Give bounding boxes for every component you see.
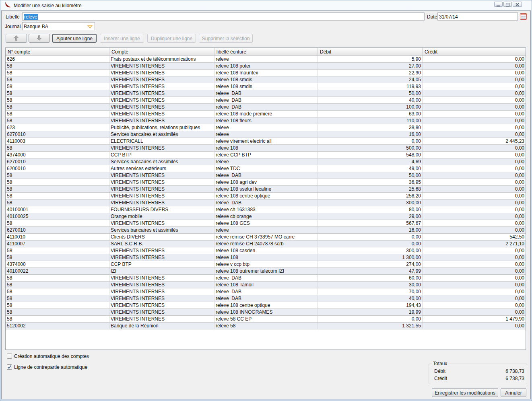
- date-input[interactable]: 31/07/14: [437, 12, 518, 21]
- cell-compte[interactable]: SARL S.C.R.B.: [109, 241, 214, 247]
- cell-debit[interactable]: 36,95: [318, 179, 423, 186]
- cell-compte[interactable]: VIREMENTS INTERNES: [109, 302, 214, 309]
- cell-libelle-ecriture[interactable]: releve 108 smdis: [214, 83, 318, 90]
- cell-credit[interactable]: 0,00: [423, 131, 526, 138]
- cell-credit[interactable]: 0,00: [423, 172, 526, 179]
- cell-numero-compte[interactable]: 58: [6, 83, 109, 90]
- cell-compte[interactable]: VIREMENTS INTERNES: [109, 309, 214, 316]
- cell-debit[interactable]: 0,00: [318, 316, 423, 323]
- cell-numero-compte[interactable]: 4110003: [6, 138, 109, 145]
- cell-credit[interactable]: 0,00: [423, 63, 526, 70]
- cell-credit[interactable]: 0,00: [423, 70, 526, 76]
- cell-credit[interactable]: 0,00: [423, 199, 526, 206]
- cell-libelle-ecriture[interactable]: releve virement electric all: [214, 138, 318, 145]
- cell-compte[interactable]: VIREMENTS INTERNES: [109, 70, 214, 76]
- cell-numero-compte[interactable]: 58: [6, 76, 109, 83]
- cell-libelle-ecriture[interactable]: releve 108 sselurl lecaline: [214, 186, 318, 193]
- libelle-input[interactable]: releve: [22, 12, 425, 21]
- cell-debit[interactable]: 22,90: [318, 70, 423, 76]
- column-header-debit[interactable]: Débit: [318, 48, 423, 56]
- cell-compte[interactable]: Orange mobile: [109, 213, 214, 220]
- cell-debit[interactable]: 16,00: [318, 131, 423, 138]
- cell-compte[interactable]: Services bancaires et assimilés: [109, 227, 214, 234]
- maximize-button[interactable]: [503, 2, 512, 7]
- cell-libelle-ecriture[interactable]: releve DAB: [214, 97, 318, 104]
- cell-libelle-ecriture[interactable]: releve DAB: [214, 172, 318, 179]
- cell-debit[interactable]: 27,00: [318, 63, 423, 70]
- cell-credit[interactable]: 0,00: [423, 295, 526, 302]
- cell-compte[interactable]: ELECTRICALL: [109, 138, 214, 145]
- cell-libelle-ecriture[interactable]: releve 108: [214, 145, 318, 152]
- cell-debit[interactable]: 300,00: [318, 199, 423, 206]
- cell-libelle-ecriture[interactable]: releve DAB: [214, 288, 318, 295]
- cell-libelle-ecriture[interactable]: releve 108 outremer telecom IZI: [214, 268, 318, 275]
- cell-libelle-ecriture[interactable]: releve: [214, 124, 318, 131]
- cell-compte[interactable]: VIREMENTS INTERNES: [109, 282, 214, 288]
- cell-debit[interactable]: 38,80: [318, 124, 423, 131]
- cell-credit[interactable]: 0,00: [423, 117, 526, 124]
- cell-debit[interactable]: 80,00: [318, 206, 423, 213]
- cell-numero-compte[interactable]: 6270010: [6, 131, 109, 138]
- cell-compte[interactable]: Banque de la Réunion: [109, 323, 214, 329]
- cell-credit[interactable]: 2 271,10: [423, 241, 526, 247]
- cell-debit[interactable]: 70,00: [318, 288, 423, 295]
- cell-debit[interactable]: 30,00: [318, 282, 423, 288]
- cell-compte[interactable]: VIREMENTS INTERNES: [109, 193, 214, 199]
- cell-numero-compte[interactable]: 58: [6, 179, 109, 186]
- cell-compte[interactable]: VIREMENTS INTERNES: [109, 172, 214, 179]
- cell-debit[interactable]: 16,00: [318, 227, 423, 234]
- cell-debit[interactable]: 0,00: [318, 138, 423, 145]
- cell-credit[interactable]: 0,00: [423, 124, 526, 131]
- insert-line-button[interactable]: Insérer une ligne: [100, 34, 144, 43]
- cell-compte[interactable]: VIREMENTS INTERNES: [109, 145, 214, 152]
- cell-libelle-ecriture[interactable]: releve DAB: [214, 104, 318, 111]
- cell-libelle-ecriture[interactable]: releve DAB: [214, 295, 318, 302]
- cell-compte[interactable]: VIREMENTS INTERNES: [109, 275, 214, 282]
- cell-debit[interactable]: 119,93: [318, 83, 423, 90]
- cell-debit[interactable]: 63,00: [318, 111, 423, 117]
- cell-libelle-ecriture[interactable]: releve DAB: [214, 199, 318, 206]
- cell-compte[interactable]: Clients DIVERS: [109, 234, 214, 241]
- cell-compte[interactable]: VIREMENTS INTERNES: [109, 104, 214, 111]
- cell-credit[interactable]: 0,00: [423, 83, 526, 90]
- cell-debit[interactable]: 49,00: [318, 165, 423, 172]
- cell-libelle-ecriture[interactable]: releve 108 GES: [214, 220, 318, 227]
- cell-libelle-ecriture[interactable]: releve TDC: [214, 165, 318, 172]
- cell-debit[interactable]: 0,00: [318, 234, 423, 241]
- cell-debit[interactable]: 25,68: [318, 186, 423, 193]
- cell-numero-compte[interactable]: 58: [6, 145, 109, 152]
- cell-debit[interactable]: 1 321,55: [318, 323, 423, 329]
- cell-compte[interactable]: VIREMENTS INTERNES: [109, 76, 214, 83]
- cell-compte[interactable]: VIREMENTS INTERNES: [109, 247, 214, 254]
- cell-numero-compte[interactable]: 58: [6, 117, 109, 124]
- cell-credit[interactable]: 0,00: [423, 288, 526, 295]
- cell-numero-compte[interactable]: 58: [6, 254, 109, 261]
- cell-debit[interactable]: 5,90: [318, 56, 423, 63]
- counterpart-checkbox[interactable]: [7, 364, 12, 370]
- cell-credit[interactable]: 0,00: [423, 90, 526, 97]
- cell-debit[interactable]: 19,99: [318, 309, 423, 316]
- cell-credit[interactable]: 0,00: [423, 111, 526, 117]
- column-header-libelle-compte[interactable]: Compte: [109, 48, 214, 56]
- cell-numero-compte[interactable]: 58: [6, 90, 109, 97]
- cell-numero-compte[interactable]: 58: [6, 302, 109, 309]
- cell-numero-compte[interactable]: 6270010: [6, 158, 109, 165]
- cell-debit[interactable]: 0,00: [318, 241, 423, 247]
- cell-numero-compte[interactable]: 58: [6, 247, 109, 254]
- cell-libelle-ecriture[interactable]: releve 108 agri dev: [214, 179, 318, 186]
- cell-numero-compte[interactable]: 626: [6, 56, 109, 63]
- cell-credit[interactable]: 0,00: [423, 275, 526, 282]
- cell-credit[interactable]: 0,00: [423, 179, 526, 186]
- cell-compte[interactable]: Services bancaires et assimilés: [109, 131, 214, 138]
- cell-credit[interactable]: 0,00: [423, 213, 526, 220]
- cell-credit[interactable]: 0,00: [423, 104, 526, 111]
- cell-libelle-ecriture[interactable]: releve 108 Tamoil: [214, 282, 318, 288]
- cell-numero-compte[interactable]: 40100025: [6, 213, 109, 220]
- cell-libelle-ecriture[interactable]: releve: [214, 158, 318, 165]
- cell-debit[interactable]: 300,00: [318, 247, 423, 254]
- cell-credit[interactable]: 0,00: [423, 165, 526, 172]
- delete-selection-button[interactable]: Supprimer la sélection: [199, 34, 253, 43]
- add-line-button[interactable]: Ajouter une ligne: [52, 34, 97, 43]
- cell-debit[interactable]: 500,00: [318, 145, 423, 152]
- cell-compte[interactable]: VIREMENTS INTERNES: [109, 90, 214, 97]
